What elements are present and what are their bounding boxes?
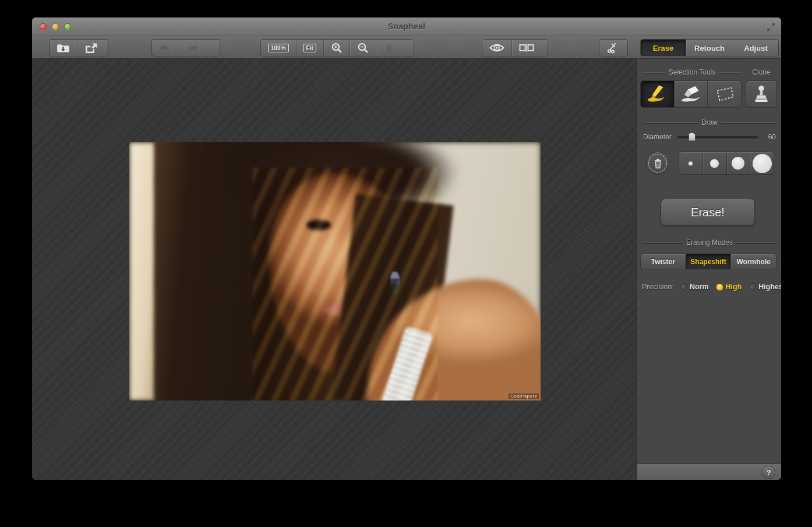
brush-size-small-button[interactable]	[679, 152, 702, 174]
zoom-100-label: 100%	[268, 44, 289, 52]
open-image-button[interactable]	[50, 40, 77, 56]
precision-highest-option[interactable]: Highest	[749, 283, 781, 291]
share-export-icon	[84, 43, 98, 53]
crop-button-group	[599, 39, 628, 57]
main-area: CoolPapers Selection Tools Clone	[32, 59, 781, 480]
photo-light-stripes	[253, 168, 438, 400]
zoom-100-button[interactable]: 100%	[261, 40, 296, 56]
clone-tool-group	[746, 80, 777, 108]
photo-watermark: CoolPapers	[509, 394, 539, 399]
brush-size-xlarge-button[interactable]	[750, 152, 774, 174]
brush-sizes-row	[637, 151, 781, 175]
share-export-button[interactable]	[77, 40, 105, 56]
radio-icon	[749, 283, 756, 291]
precision-high-label: High	[726, 283, 742, 291]
hand-pan-icon	[383, 43, 394, 54]
selection-tools-group	[640, 80, 742, 108]
zoom-in-magnifier-icon	[331, 42, 343, 54]
clone-stamp-button[interactable]	[746, 81, 776, 107]
titlebar[interactable]: Snapheal	[32, 17, 781, 36]
brush-size-dot	[732, 157, 744, 170]
window-title: Snapheal	[32, 22, 781, 31]
dashed-ring	[648, 154, 667, 173]
mode-shapeshift-button[interactable]: Shapeshift	[686, 254, 731, 269]
erasing-modes-group: Twister Shapeshift Wormhole	[640, 254, 776, 269]
brush-size-group	[679, 152, 774, 175]
radio-icon	[680, 283, 687, 291]
precision-norm-label: Norm	[690, 283, 709, 291]
draw-header: Draw	[643, 118, 776, 127]
diameter-slider[interactable]	[677, 136, 758, 139]
diameter-slider-thumb[interactable]	[689, 132, 696, 141]
fit-button[interactable]: Fit	[296, 40, 323, 56]
precision-highest-label: Highest	[758, 283, 781, 291]
selection-tools-label: Selection Tools	[669, 68, 716, 76]
split-compare-button[interactable]	[511, 40, 541, 56]
file-button-group	[49, 39, 108, 57]
brush-size-dot	[689, 161, 693, 166]
history-button-group	[151, 39, 220, 57]
canvas[interactable]: CoolPapers	[32, 59, 637, 480]
preview-original-button[interactable]	[482, 40, 511, 56]
erase-action-button[interactable]: Erase!	[661, 199, 755, 226]
draw-label: Draw	[701, 118, 718, 127]
clear-selection-button[interactable]	[646, 152, 669, 175]
mode-wormhole-button[interactable]: Wormhole	[730, 254, 776, 269]
erasing-modes-header: Erasing Modes	[642, 238, 777, 247]
app-window: Snapheal	[32, 17, 781, 480]
folder-open-icon	[57, 43, 70, 53]
precision-norm-option[interactable]: Norm	[680, 283, 709, 291]
toolbar: 100% Fit	[32, 36, 781, 59]
trash-icon	[654, 159, 662, 168]
tab-retouch[interactable]: Retouch	[686, 40, 733, 56]
brush-tool-button[interactable]	[641, 81, 674, 107]
brush-size-large-button[interactable]	[726, 152, 750, 174]
diameter-row: Diameter 60	[643, 132, 776, 142]
clone-label: Clone	[752, 68, 770, 76]
scissors-crop-icon	[606, 42, 618, 54]
photo[interactable]: CoolPapers	[129, 142, 541, 400]
mode-twister-button[interactable]: Twister	[641, 254, 686, 269]
radio-selected-icon	[716, 283, 723, 291]
undo-arrow-icon	[159, 43, 172, 53]
brush-size-dot	[710, 159, 719, 168]
precision-label: Precision:	[642, 283, 674, 291]
eye-icon	[489, 43, 504, 52]
sidebar-footer: ?	[637, 463, 781, 480]
erasing-modes-label: Erasing Modes	[686, 238, 733, 247]
eraser-tool-button[interactable]	[674, 81, 708, 107]
brush-size-dot	[753, 154, 772, 173]
fit-label: Fit	[303, 44, 316, 52]
brush-icon	[645, 84, 669, 105]
precision-high-option[interactable]: High	[716, 283, 742, 291]
sidebar: Selection Tools Clone	[637, 59, 781, 480]
diameter-value: 60	[763, 133, 776, 141]
view-button-group	[482, 39, 548, 57]
redo-button[interactable]	[179, 40, 206, 56]
zoom-in-button[interactable]	[323, 40, 349, 56]
redo-arrow-icon	[186, 43, 199, 53]
undo-button[interactable]	[152, 40, 179, 56]
zoom-out-magnifier-icon	[357, 42, 369, 54]
crop-button[interactable]	[599, 40, 625, 56]
lasso-icon	[712, 84, 737, 105]
zoom-button-group: 100% Fit	[260, 39, 414, 57]
zoom-out-button[interactable]	[349, 40, 376, 56]
brush-size-medium-button[interactable]	[702, 152, 726, 174]
stamp-icon	[751, 84, 771, 105]
mode-tabs: Erase Retouch Adjust	[640, 39, 779, 57]
tab-erase[interactable]: Erase	[641, 40, 686, 56]
precision-row: Precision: Norm High Highest	[642, 282, 778, 291]
eraser-icon	[679, 84, 703, 105]
diameter-label: Diameter	[643, 133, 676, 141]
tab-adjust[interactable]: Adjust	[733, 40, 778, 56]
help-button[interactable]: ?	[762, 466, 775, 479]
hand-pan-button[interactable]	[376, 40, 401, 56]
selection-tools-header: Selection Tools	[642, 68, 742, 76]
fullscreen-arrows-icon[interactable]	[767, 23, 775, 31]
clone-header: Clone	[746, 68, 777, 76]
split-compare-icon	[519, 44, 534, 52]
lasso-tool-button[interactable]	[707, 81, 741, 107]
